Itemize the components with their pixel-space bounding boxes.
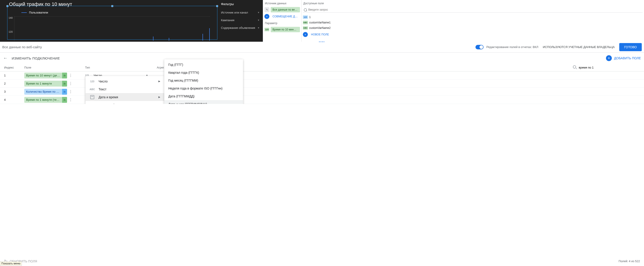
data-source-bar: •••• Все данные по веб-сайту Редактирова… bbox=[0, 42, 644, 53]
field-chip[interactable]: Время по 1 минутеfx bbox=[24, 81, 67, 87]
data-source-title: Все данные по веб-сайту bbox=[2, 45, 42, 49]
legend-line-icon bbox=[22, 13, 27, 13]
table-header: Индекс Поле Тип Агрегация bbox=[0, 64, 644, 71]
side-panel-fields: Доступные поля 1231 ABCcustomVarName1 AB… bbox=[301, 0, 644, 42]
type-menu-item[interactable]: Дата и время▶ bbox=[86, 93, 164, 101]
field-search-wrap bbox=[303, 7, 643, 13]
chevron-right-icon: ▶ bbox=[158, 96, 160, 98]
new-field-row[interactable]: + НОВОЕ ПОЛЕ bbox=[303, 32, 643, 37]
date-menu-item[interactable]: Дата (ГГГГММДД) bbox=[164, 92, 243, 100]
col-header-field: Поле bbox=[24, 66, 85, 69]
more-icon[interactable]: ⋮ bbox=[68, 99, 73, 101]
col-header-index: Индекс bbox=[4, 66, 24, 69]
chevron-down-icon: ▼ bbox=[258, 27, 260, 29]
more-icon[interactable]: ⋮ bbox=[68, 83, 73, 85]
add-field-button[interactable]: + ДОБАВИТЬ ПОЛЕ bbox=[606, 55, 641, 61]
number-icon: 123 bbox=[90, 79, 95, 84]
side-panel: Источник данных ✎ Все данные по ве… + СО… bbox=[263, 0, 644, 42]
param-chip-row[interactable]: 123 Время по 10 мин… bbox=[264, 27, 300, 33]
date-submenu[interactable]: Год (ГГГГ)Квартал года (ГГГГК)Год месяц … bbox=[164, 59, 243, 104]
date-menu-item[interactable]: Квартал года (ГГГГК) bbox=[164, 69, 243, 76]
date-menu-item[interactable]: Неделя года в формате ISO (ГГГГнн) bbox=[164, 84, 243, 92]
drag-handle-icon[interactable]: •••• bbox=[319, 40, 325, 43]
plus-icon: + bbox=[606, 55, 612, 61]
chart-bar bbox=[209, 28, 210, 41]
calendar-icon bbox=[90, 95, 95, 99]
table-search-input[interactable] bbox=[572, 65, 640, 70]
selection-handle[interactable] bbox=[6, 5, 8, 7]
filter-source[interactable]: Источник или канал▼ bbox=[221, 9, 260, 16]
type-tag-abc: ABC bbox=[303, 21, 308, 24]
type-menu-item[interactable]: 123Число▶ bbox=[86, 77, 164, 85]
pencil-icon[interactable]: ✎ bbox=[264, 7, 269, 12]
fx-badge-icon: fx bbox=[62, 73, 67, 78]
row-field-cell: Время по 1 минутеfx ⋮ bbox=[24, 81, 85, 87]
type-picker-menu[interactable]: 123Число▶ABCТекстДата и время▶x|✓Логичес… bbox=[86, 76, 164, 104]
data-source-label: Источник данных bbox=[264, 2, 300, 5]
new-field-link[interactable]: НОВОЕ ПОЛЕ bbox=[309, 32, 643, 37]
top-section: Общий трафик по 10 минут Пользователи 14… bbox=[0, 0, 644, 42]
chart-bar bbox=[169, 38, 169, 41]
param-chip: Время по 10 мин… bbox=[271, 27, 300, 32]
row-index: 4 bbox=[4, 98, 24, 101]
chevron-right-icon: ▶ bbox=[158, 80, 160, 83]
field-chip[interactable]: Время по 10 минут (дек…fx bbox=[24, 73, 67, 78]
available-fields-label: Доступные поля bbox=[303, 2, 643, 5]
col-header-type: Тип bbox=[85, 66, 148, 69]
type-tag-123: 123 bbox=[264, 28, 269, 31]
toggle-label: Редактирование полей в отчетах: ВКЛ bbox=[486, 45, 538, 49]
row-field-cell: Количество Время по 1 …fx ⋮ bbox=[24, 89, 85, 95]
available-field[interactable]: ABCcustomVarName2 bbox=[303, 25, 643, 31]
blend-data-row[interactable]: + СОВМЕЩЕНИЕ ДАН bbox=[264, 14, 300, 19]
search-icon bbox=[573, 65, 576, 69]
data-source-chip-row[interactable]: ✎ Все данные по ве… bbox=[264, 7, 300, 13]
data-source-chip: Все данные по ве… bbox=[271, 7, 300, 13]
filter-ad-content[interactable]: Содержание объявления▼ bbox=[221, 24, 260, 32]
selection-handle[interactable] bbox=[216, 5, 218, 7]
date-menu-item[interactable]: Дата и час (ГГГГММДДЧЧ) bbox=[164, 100, 243, 104]
type-tag-abc: ABC bbox=[303, 26, 308, 30]
type-tag-123: 123 bbox=[303, 15, 308, 19]
param-label: Параметр bbox=[264, 22, 300, 25]
more-icon[interactable]: ⋮ bbox=[68, 75, 73, 76]
chart-bar bbox=[153, 37, 154, 41]
y-axis-tick: 120 bbox=[8, 31, 12, 33]
date-menu-item[interactable]: Год (ГГГГ) bbox=[164, 61, 243, 69]
side-panel-data-source: Источник данных ✎ Все данные по ве… + СО… bbox=[263, 0, 301, 42]
type-menu-item[interactable]: x|✓Логический bbox=[86, 101, 164, 104]
field-chip[interactable]: Время по 1 минуте (текс…fx bbox=[24, 97, 67, 103]
field-chip[interactable]: Количество Время по 1 …fx bbox=[24, 89, 67, 95]
row-index: 2 bbox=[4, 82, 24, 85]
done-button[interactable]: ГОТОВО bbox=[619, 43, 642, 51]
table-search bbox=[572, 65, 640, 70]
fx-badge-icon: fx bbox=[62, 89, 67, 95]
chart-legend: Пользователи bbox=[22, 11, 48, 14]
back-arrow-icon[interactable] bbox=[3, 55, 8, 61]
filter-campaign[interactable]: Кампания▼ bbox=[221, 16, 260, 24]
boolean-icon: x|✓ bbox=[90, 103, 94, 104]
connection-bar: ИЗМЕНИТЬ ПОДКЛЮЧЕНИЕ + ДОБАВИТЬ ПОЛЕ bbox=[0, 53, 644, 64]
available-field[interactable]: ABCcustomVarName1 bbox=[303, 20, 643, 25]
field-search-input[interactable] bbox=[303, 7, 643, 13]
chevron-down-icon: ▼ bbox=[258, 11, 260, 14]
filters-panel: Фильтры Источник или канал▼ Кампания▼ Со… bbox=[218, 0, 263, 42]
fx-badge-icon: fx bbox=[62, 97, 67, 103]
row-field-cell: Время по 1 минуте (текс…fx ⋮ bbox=[24, 97, 85, 103]
chart-area[interactable]: Общий трафик по 10 минут Пользователи 14… bbox=[0, 0, 218, 42]
type-menu-item[interactable]: ABCТекст bbox=[86, 85, 164, 93]
available-field[interactable]: 1231 bbox=[303, 15, 643, 20]
text-icon: ABC bbox=[90, 87, 95, 91]
row-index: 3 bbox=[4, 90, 24, 93]
date-menu-item[interactable]: Год месяц (ГГГГММ) bbox=[164, 76, 243, 84]
plus-icon[interactable]: + bbox=[303, 32, 308, 37]
chart-axis-grid bbox=[14, 17, 210, 41]
row-field-cell: Время по 10 минут (дек…fx ⋮ bbox=[24, 73, 85, 78]
more-icon[interactable]: ⋮ bbox=[68, 91, 73, 93]
row-index: 1 bbox=[4, 74, 24, 77]
credentials-label: ИСПОЛЬЗУЮТСЯ УЧЕТНЫЕ ДАННЫЕ ВЛАДЕЛЬЦА bbox=[543, 45, 614, 49]
chart-bar bbox=[202, 34, 203, 41]
plus-icon[interactable]: + bbox=[264, 14, 269, 19]
blend-data-link[interactable]: СОВМЕЩЕНИЕ ДАН bbox=[271, 14, 300, 19]
selection-handle[interactable] bbox=[112, 5, 113, 7]
field-editing-toggle[interactable] bbox=[476, 45, 484, 49]
